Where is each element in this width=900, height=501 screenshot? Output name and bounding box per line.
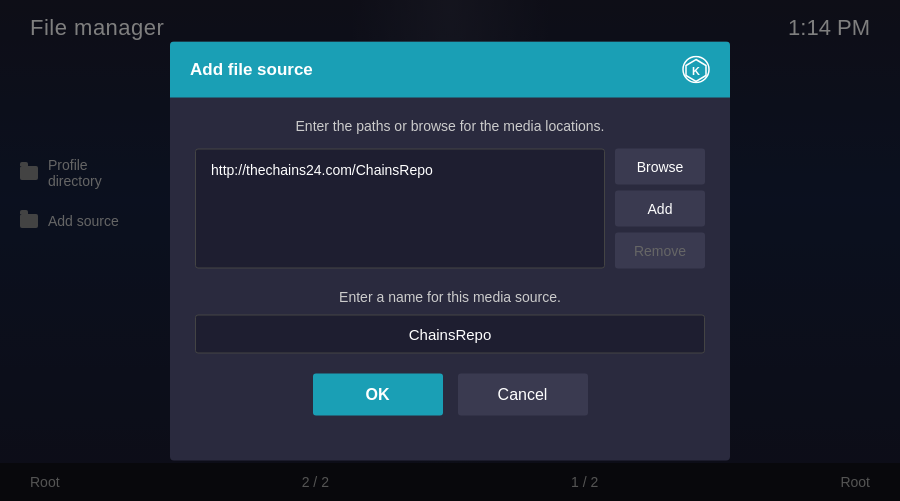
url-value: http://thechains24.com/ChainsRepo: [211, 161, 433, 177]
url-buttons: Browse Add Remove: [615, 148, 705, 268]
dialog-body: Enter the paths or browse for the media …: [170, 97, 730, 460]
remove-button[interactable]: Remove: [615, 232, 705, 268]
media-source-name-input[interactable]: ChainsRepo: [195, 314, 705, 353]
ok-button[interactable]: OK: [313, 373, 443, 415]
url-input-area[interactable]: http://thechains24.com/ChainsRepo: [195, 148, 605, 268]
dialog-title: Add file source: [190, 59, 313, 79]
url-section: http://thechains24.com/ChainsRepo Browse…: [195, 148, 705, 268]
name-instruction: Enter a name for this media source.: [195, 288, 705, 304]
svg-text:K: K: [692, 64, 700, 76]
cancel-button[interactable]: Cancel: [458, 373, 588, 415]
dialog-footer: OK Cancel: [195, 373, 705, 440]
dialog-instruction: Enter the paths or browse for the media …: [195, 117, 705, 133]
kodi-logo-icon: K: [682, 55, 710, 83]
add-file-source-dialog: Add file source K Enter the paths or bro…: [170, 41, 730, 460]
add-button[interactable]: Add: [615, 190, 705, 226]
dialog-header: Add file source K: [170, 41, 730, 97]
browse-button[interactable]: Browse: [615, 148, 705, 184]
